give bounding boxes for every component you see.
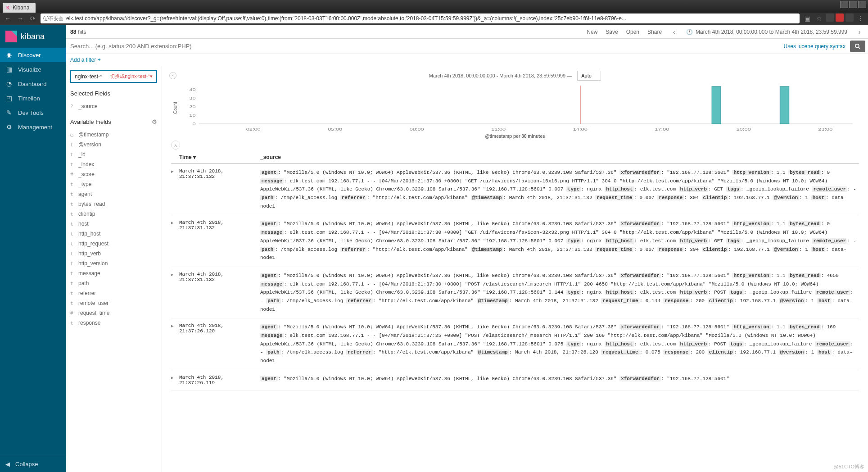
svg-text:40: 40 bbox=[189, 87, 195, 92]
svg-text:0: 0 bbox=[192, 122, 195, 126]
sidebar-item-discover[interactable]: ◉Discover bbox=[0, 48, 66, 62]
field-_index[interactable]: t_index bbox=[70, 159, 157, 169]
discover-icon: ◉ bbox=[5, 51, 13, 59]
svg-text:20: 20 bbox=[189, 104, 195, 109]
svg-text:14:00: 14:00 bbox=[573, 127, 588, 132]
sidebar-item-management[interactable]: ⚙Management bbox=[0, 120, 66, 134]
field-_id[interactable]: t_id bbox=[70, 150, 157, 159]
index-pattern-picker[interactable]: nginx-test-* 切换成nginx-test-*▾ bbox=[70, 70, 157, 83]
search-row: Uses lucene query syntax bbox=[66, 39, 868, 54]
field-path[interactable]: tpath bbox=[70, 278, 157, 288]
svg-line-1 bbox=[859, 47, 860, 49]
browser-tabs: K Kibana bbox=[0, 0, 868, 13]
window-controls bbox=[840, 1, 866, 8]
expand-row-icon[interactable]: ▸ bbox=[171, 323, 179, 365]
window-close[interactable] bbox=[858, 1, 866, 8]
field-agent[interactable]: tagent bbox=[70, 189, 157, 199]
field-@version[interactable]: t@version bbox=[70, 140, 157, 150]
expand-row-icon[interactable]: ▸ bbox=[171, 272, 179, 313]
time-picker[interactable]: 🕐 March 4th 2018, 00:00:00.000 to March … bbox=[686, 29, 847, 35]
open-button[interactable]: Open bbox=[626, 29, 639, 35]
svg-text:17:00: 17:00 bbox=[655, 127, 669, 132]
time-prev-icon[interactable]: ‹ bbox=[670, 28, 678, 36]
field-remote_user[interactable]: tremote_user bbox=[70, 298, 157, 308]
field-bytes_read[interactable]: tbytes_read bbox=[70, 199, 157, 209]
share-button[interactable]: Share bbox=[647, 29, 662, 35]
field-message[interactable]: tmessage bbox=[70, 268, 157, 278]
add-filter-button[interactable]: Add a filter + bbox=[70, 57, 101, 63]
ext-icon-2[interactable] bbox=[836, 14, 844, 22]
expand-row-icon[interactable]: ▸ bbox=[171, 220, 179, 262]
sidebar-item-dev-tools[interactable]: ✎Dev Tools bbox=[0, 105, 66, 120]
col-time-header[interactable]: Time ▾ bbox=[179, 154, 260, 160]
search-button[interactable] bbox=[850, 41, 865, 52]
window-minimize[interactable] bbox=[840, 1, 848, 8]
expand-row-icon[interactable]: ▸ bbox=[171, 375, 179, 386]
tab-favicon: K bbox=[6, 5, 10, 10]
collapse-label: Collapse bbox=[15, 461, 38, 467]
svg-text:30: 30 bbox=[189, 96, 195, 100]
table-row: ▸ March 4th 2018, 21:37:31.132 agent: "M… bbox=[171, 215, 859, 267]
gear-icon[interactable]: ⚙ bbox=[152, 118, 157, 125]
sidebar: kibana ◉Discover▥Visualize◔Dashboard◰Tim… bbox=[0, 25, 66, 472]
dev tools-icon: ✎ bbox=[5, 109, 13, 116]
field-_type[interactable]: t_type bbox=[70, 179, 157, 189]
field-http_verb[interactable]: thttp_verb bbox=[70, 249, 157, 259]
field-response[interactable]: tresponse bbox=[70, 318, 157, 328]
svg-point-0 bbox=[855, 44, 859, 47]
field-request_time[interactable]: #request_time bbox=[70, 308, 157, 318]
window-maximize[interactable] bbox=[849, 1, 857, 8]
field-_source[interactable]: ?_source bbox=[70, 101, 157, 111]
translate-icon[interactable]: ▣ bbox=[802, 14, 812, 23]
svg-text:20:00: 20:00 bbox=[737, 127, 751, 132]
filter-bar: Add a filter + bbox=[66, 54, 868, 66]
histogram-chart[interactable]: 01020304002:0005:0008:0011:0014:0017:002… bbox=[180, 83, 859, 133]
url-text: elk.test.com/app/kibana#/discover?_g=(re… bbox=[66, 15, 626, 22]
svg-text:08:00: 08:00 bbox=[410, 127, 424, 132]
collapse-sidebar[interactable]: ◀ Collapse bbox=[0, 456, 66, 472]
field-http_host[interactable]: thttp_host bbox=[70, 229, 157, 239]
new-button[interactable]: New bbox=[587, 29, 597, 35]
field-http_version[interactable]: thttp_version bbox=[70, 259, 157, 268]
lucene-hint[interactable]: Uses lucene query syntax bbox=[779, 43, 850, 50]
nav-forward-icon[interactable]: → bbox=[15, 14, 25, 23]
ext-icon-1[interactable] bbox=[826, 14, 834, 22]
field-referrer[interactable]: treferrer bbox=[70, 288, 157, 298]
histogram-area: March 4th 2018, 00:00:00.000 - March 4th… bbox=[162, 66, 868, 139]
browser-chrome: K Kibana ← → ⟳ ⓘ 不安全 elk.test.com/app/ki… bbox=[0, 0, 868, 25]
field-http_request[interactable]: thttp_request bbox=[70, 239, 157, 249]
nav-back-icon[interactable]: ← bbox=[3, 14, 13, 23]
field-_score[interactable]: #_score bbox=[70, 169, 157, 179]
col-source-header[interactable]: _source bbox=[260, 154, 859, 160]
svg-text:05:00: 05:00 bbox=[328, 127, 342, 132]
svg-text:11:00: 11:00 bbox=[491, 127, 506, 132]
collapse-icon: ◀ bbox=[5, 461, 10, 467]
menu-icon[interactable]: ⋮ bbox=[855, 14, 865, 23]
time-next-icon[interactable]: › bbox=[855, 28, 863, 36]
field-@timestamp[interactable]: ○@timestamp bbox=[70, 130, 157, 140]
timelion-icon: ◰ bbox=[5, 95, 13, 102]
bookmark-icon[interactable]: ☆ bbox=[814, 14, 824, 23]
expand-row-icon[interactable]: ▸ bbox=[171, 168, 179, 210]
x-axis-label: @timestamp per 30 minutes bbox=[171, 134, 859, 139]
field-clientip[interactable]: tclientip bbox=[70, 209, 157, 219]
sidebar-item-timelion[interactable]: ◰Timelion bbox=[0, 91, 66, 105]
ext-icon-3[interactable] bbox=[845, 14, 854, 22]
nav-reload-icon[interactable]: ⟳ bbox=[28, 14, 38, 23]
sidebar-item-visualize[interactable]: ▥Visualize bbox=[0, 62, 66, 77]
visualize-icon: ▥ bbox=[5, 66, 13, 73]
search-input[interactable] bbox=[66, 39, 779, 54]
field-host[interactable]: thost bbox=[70, 219, 157, 229]
url-input[interactable]: ⓘ 不安全 elk.test.com/app/kibana#/discover?… bbox=[41, 14, 800, 23]
browser-tab[interactable]: K Kibana bbox=[3, 3, 36, 13]
interval-select[interactable]: Auto bbox=[577, 71, 601, 81]
logo-text: kibana bbox=[21, 32, 45, 41]
sidebar-item-dashboard[interactable]: ◔Dashboard bbox=[0, 77, 66, 91]
available-fields-heading: Available Fields ⚙ bbox=[70, 118, 157, 125]
svg-text:23:00: 23:00 bbox=[818, 127, 832, 132]
svg-rect-17 bbox=[712, 86, 721, 124]
save-button[interactable]: Save bbox=[606, 29, 618, 35]
dashboard-icon: ◔ bbox=[5, 80, 13, 87]
logo[interactable]: kibana bbox=[0, 25, 66, 48]
scroll-top-button[interactable]: ʌ bbox=[171, 141, 180, 150]
